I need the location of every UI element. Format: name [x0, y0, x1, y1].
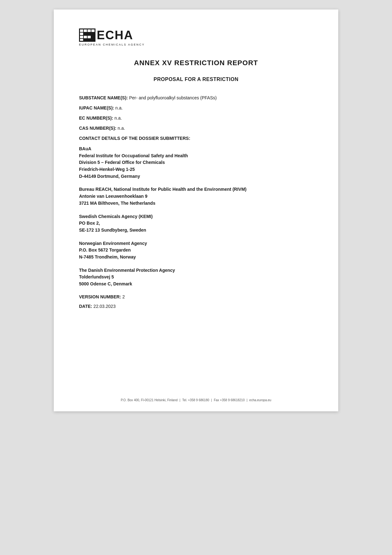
logo-container: ECHA EUROPEAN CHEMICALS AGENCY	[79, 28, 145, 46]
cas-field: CAS NUMBER(S): n.a.	[79, 125, 313, 131]
substance-label: SUBSTANCE NAME(S):	[79, 95, 128, 100]
svg-rect-15	[88, 39, 91, 41]
contact-baua-line4: Friedrich-Henkel-Weg 1-25	[79, 166, 313, 173]
contact-kemi-line3: SE-172 13 Sundbyberg, Sweden	[79, 227, 313, 234]
echa-logo-icon	[79, 28, 95, 42]
svg-rect-3	[88, 29, 91, 32]
document-page: ECHA EUROPEAN CHEMICALS AGENCY ANNEX XV …	[54, 9, 338, 411]
ec-field: EC NUMBER(S): n.a.	[79, 115, 313, 121]
svg-rect-14	[84, 39, 87, 41]
cas-label: CAS NUMBER(S):	[79, 126, 116, 131]
footer-fax: Fax +358 9 68618210	[214, 398, 245, 402]
date-field: DATE: 22.03.2023	[79, 303, 313, 309]
contact-nea-line1: Norwegian Environment Agency	[79, 240, 313, 247]
version-label: VERSION NUMBER:	[79, 294, 121, 299]
logo-echa-text: ECHA	[97, 29, 133, 41]
logo-graphic: ECHA	[79, 28, 133, 42]
contact-kemi-line1: Swedish Chemicals Agency (KEMI)	[79, 213, 313, 220]
contact-rivm-line1: Bureau REACH, National Institute for Pub…	[79, 186, 313, 193]
substance-value: Per- and polyfluoroalkyl substances (PFA…	[128, 95, 217, 100]
contact-block-rivm: Bureau REACH, National Institute for Pub…	[79, 186, 313, 207]
svg-rect-11	[88, 36, 91, 38]
contact-baua-line3: Division 5 – Federal Office for Chemical…	[79, 159, 313, 166]
footer: P.O. Box 400, FI-00121 Helsinki, Finland…	[54, 398, 338, 402]
svg-rect-5	[80, 33, 83, 35]
contact-rivm-line2: Antonie van Leeuwenhoeklaan 9	[79, 193, 313, 200]
iupac-field: IUPAC NAME(S): n.a.	[79, 105, 313, 111]
svg-rect-9	[80, 36, 83, 38]
svg-rect-16	[91, 39, 95, 41]
ec-value: n.a.	[113, 115, 122, 121]
svg-rect-4	[91, 29, 95, 32]
contact-nea-line3: N-7485 Trondheim, Norway	[79, 254, 313, 261]
contact-depa-line2: Tolderlundsvej 5	[79, 274, 313, 281]
version-field: VERSION NUMBER: 2	[79, 294, 313, 300]
contact-block-nea: Norwegian Environment Agency P.O. Box 56…	[79, 240, 313, 261]
contact-block-kemi: Swedish Chemicals Agency (KEMI) PO Box 2…	[79, 213, 313, 234]
footer-sep2: |	[211, 398, 212, 402]
svg-rect-2	[84, 29, 87, 32]
substance-field: SUBSTANCE NAME(S): Per- and polyfluoroal…	[79, 95, 313, 101]
svg-rect-12	[91, 36, 95, 38]
date-label: DATE:	[79, 304, 92, 309]
logo-subtext: EUROPEAN CHEMICALS AGENCY	[79, 43, 145, 46]
contact-rivm-line3: 3721 MA Bilthoven, The Netherlands	[79, 200, 313, 207]
header-logo: ECHA EUROPEAN CHEMICALS AGENCY	[79, 28, 313, 46]
footer-web: echa.europa.eu	[249, 398, 272, 402]
footer-tel: Tel. +358 9 686180	[182, 398, 209, 402]
svg-rect-8	[91, 33, 95, 35]
sub-title-text: PROPOSAL FOR A RESTRICTION	[154, 77, 238, 82]
footer-sep1: |	[180, 398, 181, 402]
contact-kemi-line2: PO Box 2,	[79, 220, 313, 227]
svg-rect-7	[88, 33, 91, 35]
footer-address: P.O. Box 400, FI-00121 Helsinki, Finland	[121, 398, 178, 402]
svg-rect-6	[84, 33, 87, 35]
contact-section: BAuA Federal Institute for Occupational …	[79, 146, 313, 288]
contact-depa-line1: The Danish Environmental Protection Agen…	[79, 267, 313, 274]
contact-baua-line2: Federal Institute for Occupational Safet…	[79, 153, 313, 159]
ec-label: EC NUMBER(S):	[79, 115, 113, 121]
date-value: 22.03.2023	[92, 304, 116, 309]
iupac-value: n.a.	[114, 105, 123, 110]
contact-nea-line2: P.O. Box 5672 Torgarden	[79, 247, 313, 254]
contact-baua-line5: D-44149 Dortmund, Germany	[79, 173, 313, 180]
contact-label-row: CONTACT DETAILS OF THE DOSSIER SUBMITTER…	[79, 135, 313, 141]
version-value: 2	[121, 294, 125, 299]
contact-label: CONTACT DETAILS OF THE DOSSIER SUBMITTER…	[79, 136, 190, 141]
main-title-text: ANNEX XV RESTRICTION REPORT	[134, 59, 258, 67]
sub-title-section: PROPOSAL FOR A RESTRICTION	[79, 77, 313, 82]
cas-value: n.a.	[116, 126, 125, 131]
contact-block-baua: BAuA Federal Institute for Occupational …	[79, 146, 313, 180]
contact-baua-line1: BAuA	[79, 146, 313, 153]
contact-block-depa: The Danish Environmental Protection Agen…	[79, 267, 313, 288]
svg-rect-10	[84, 36, 87, 38]
iupac-label: IUPAC NAME(S):	[79, 105, 114, 110]
svg-rect-1	[80, 29, 83, 32]
contact-depa-line3: 5000 Odense C, Denmark	[79, 281, 313, 288]
main-title-section: ANNEX XV RESTRICTION REPORT	[79, 59, 313, 67]
footer-sep3: |	[247, 398, 248, 402]
svg-rect-13	[80, 39, 83, 41]
